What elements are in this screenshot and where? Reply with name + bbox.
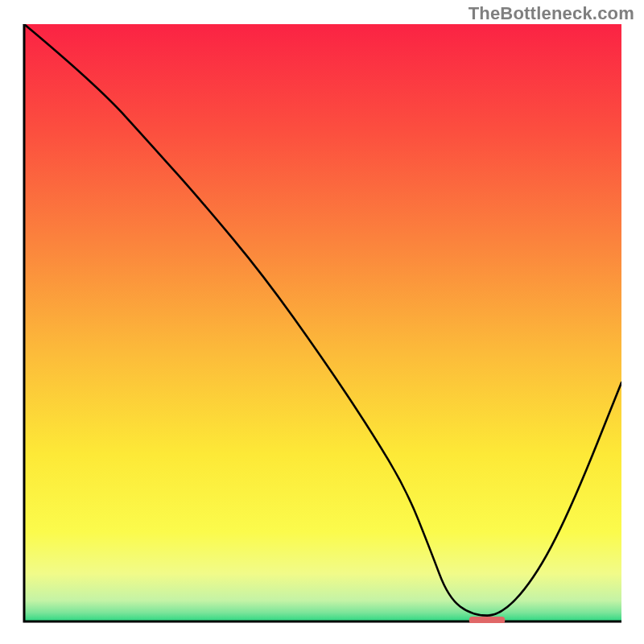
background-gradient: [24, 24, 621, 621]
chart-svg: [23, 24, 621, 623]
watermark-text: TheBottleneck.com: [469, 3, 634, 24]
chart-root: TheBottleneck.com: [0, 0, 644, 644]
min-marker: [469, 617, 506, 623]
chart-panel: [23, 24, 621, 623]
